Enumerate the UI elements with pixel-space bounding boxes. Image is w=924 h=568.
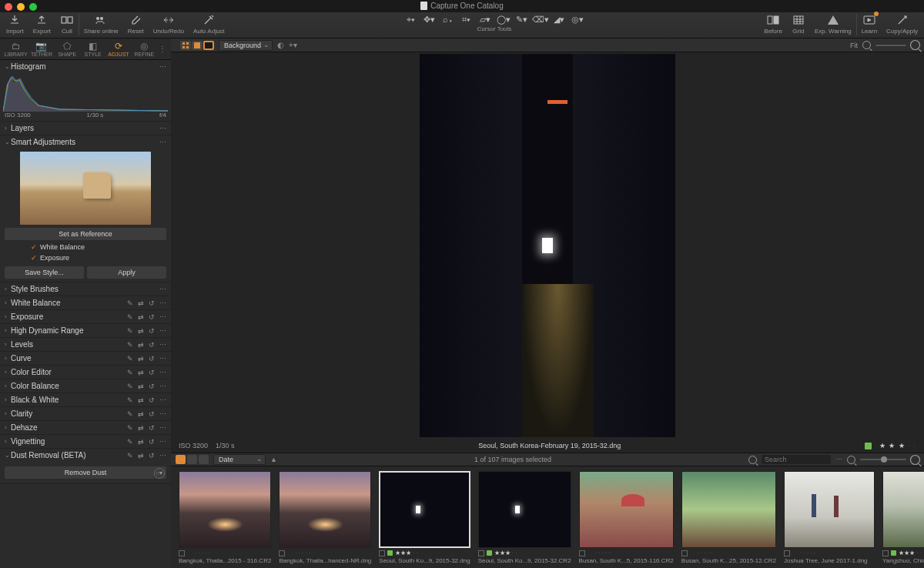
zoom-tool[interactable]: ⌕▾ — [442, 14, 454, 25]
filter-icon[interactable]: ⋯ — [835, 456, 842, 463]
check-wb[interactable]: ✓White Balance — [5, 242, 166, 252]
tool-header-whitebalance[interactable]: ›White Balance✎⇄↺⋯ — [0, 296, 171, 309]
zoom-slider[interactable] — [875, 45, 906, 46]
tab-shape[interactable]: ⬠SHAPE — [55, 41, 80, 58]
close-window[interactable] — [5, 3, 12, 11]
share-button[interactable]: Share online — [84, 14, 119, 35]
star-rating[interactable]: ★★★ · · — [395, 550, 418, 556]
pick-box[interactable] — [179, 550, 185, 556]
color-tag[interactable] — [387, 550, 393, 556]
expwarn-button[interactable]: Exp. Warning — [815, 14, 852, 35]
view-multi[interactable] — [180, 41, 191, 50]
star-rating[interactable]: ★★★ · · — [899, 550, 922, 556]
browser-grid-view[interactable] — [176, 455, 186, 464]
before-button[interactable]: Before — [764, 14, 782, 35]
thumbnail[interactable]: · · · · ·Busan, South K...25, 2015-12.CR… — [681, 471, 776, 566]
view-single[interactable] — [203, 41, 214, 50]
thumbnail[interactable]: ★★★ · ·Seoul, South Ko...9, 2015-32.dng — [379, 471, 470, 566]
star-rating[interactable]: · · · · · — [595, 550, 611, 556]
tab-tether[interactable]: 📷TETHER — [28, 41, 54, 58]
learn-button[interactable]: Learn — [862, 14, 877, 35]
sort-dropdown[interactable]: Date — [213, 454, 266, 465]
thumbnail[interactable]: ★★★ · ·Seoul, South Ko...9, 2015-32.CR2 — [478, 471, 571, 566]
tool-header-bw[interactable]: ›Black & White✎⇄↺⋯ — [0, 393, 171, 406]
thumbnail[interactable]: · · · · ·Joshua Tree, June 2017-1.dng — [784, 471, 875, 566]
tool-header-smart[interactable]: ⌄ Smart Adjustments ⋯ — [0, 135, 171, 149]
export-button[interactable]: Export — [33, 14, 51, 35]
pick-box[interactable] — [882, 550, 889, 556]
star-rating[interactable]: ★ ★ ★ · · — [879, 442, 916, 449]
zoom-window[interactable] — [29, 3, 37, 11]
layer-dropdown[interactable]: Background — [219, 40, 273, 51]
save-style-button[interactable]: Save Style... — [5, 266, 84, 279]
tool-header-colorbalance[interactable]: ›Color Balance✎⇄↺⋯ — [0, 379, 171, 393]
thumbnail[interactable]: · · · · ·Bangkok, Thaila...hanced-NR.dng — [279, 471, 371, 566]
view-primary[interactable] — [192, 41, 203, 50]
thumbnail[interactable]: · · · · ·Busan, South K...5, 2015-116.CR… — [579, 471, 674, 566]
auto-icon[interactable]: ✎ — [126, 299, 134, 307]
star-rating[interactable]: · · · · · — [698, 550, 713, 556]
star-rating[interactable]: ★★★ · · — [494, 550, 517, 556]
tool-header-exposure[interactable]: ›Exposure✎⇄↺⋯ — [0, 310, 171, 323]
layer-opacity-icon[interactable]: ◐ — [277, 41, 284, 49]
zoom-out-icon[interactable] — [847, 456, 855, 464]
pick-box[interactable] — [279, 550, 285, 556]
keystone-tool[interactable]: ▱▾ — [479, 14, 491, 25]
more-icon[interactable]: ⋯ — [159, 63, 166, 71]
erase-tool[interactable]: ⌫▾ — [534, 14, 547, 25]
star-rating[interactable]: · · · · · — [295, 550, 310, 556]
remove-dust-button[interactable]: Remove Dust — [5, 466, 166, 479]
copy-icon[interactable]: ⇄ — [137, 299, 145, 307]
color-tag[interactable] — [690, 550, 695, 556]
spot-tool[interactable]: ◯▾ — [497, 14, 510, 25]
tool-header-histogram[interactable]: ⌄ Histogram ⋯ — [0, 60, 171, 73]
tool-header-dehaze[interactable]: ›Dehaze✎⇄↺⋯ — [0, 421, 171, 434]
viewer-image[interactable] — [420, 54, 675, 437]
add-layer-icon[interactable]: +▾ — [289, 41, 297, 49]
tab-refine[interactable]: ◎REFINE — [132, 41, 157, 58]
pick-box[interactable] — [579, 550, 585, 556]
apply-button[interactable]: Apply — [87, 266, 166, 279]
cull-button[interactable]: Cull — [60, 14, 74, 35]
pick-box[interactable] — [478, 550, 484, 556]
tab-adjust[interactable]: ⟳ADJUST — [105, 41, 131, 58]
pick-box[interactable] — [379, 550, 385, 556]
zoom-search-icon[interactable] — [862, 41, 871, 49]
gradient-tool[interactable]: ◢▾ — [553, 14, 565, 25]
tool-header-hdr[interactable]: ›High Dynamic Range✎⇄↺⋯ — [0, 324, 171, 337]
autoadjust-button[interactable]: Auto Adjust — [193, 14, 224, 35]
color-tag[interactable] — [487, 550, 492, 556]
color-tag[interactable] — [287, 550, 293, 556]
tab-library[interactable]: 🗀LIBRARY — [3, 41, 28, 58]
undoredo-button[interactable]: Undo/Redo — [153, 14, 184, 35]
tool-header-layers[interactable]: › Layers ⋯ — [0, 122, 171, 135]
zoom-in-icon[interactable] — [910, 454, 920, 464]
tab-more[interactable]: ⋮ — [157, 45, 168, 53]
tool-header-curve[interactable]: ›Curve✎⇄↺⋯ — [0, 352, 171, 365]
tool-header-stylebrushes[interactable]: ›Style Brushes⋯ — [0, 282, 171, 296]
color-tag[interactable] — [187, 550, 192, 556]
check-exposure[interactable]: ✓Exposure — [5, 252, 166, 263]
tab-style[interactable]: ◧STYLE — [80, 41, 105, 58]
zoom-fit[interactable]: Fit — [850, 42, 858, 49]
color-tag[interactable] — [792, 550, 798, 556]
import-button[interactable]: Import — [6, 14, 24, 35]
reset-button[interactable]: Reset — [128, 14, 144, 35]
more-icon[interactable]: ⋯ — [159, 299, 166, 307]
more-icon[interactable]: ⋯ — [159, 286, 166, 293]
pick-box[interactable] — [784, 550, 790, 556]
tool-header-dust[interactable]: ⌄ Dust Removal (BETA) ✎⇄↺⋯ — [0, 449, 171, 462]
grid-button[interactable]: Grid — [792, 14, 805, 35]
thumbnail[interactable]: ★★★ · ·Yangshuo, Chin...1, 2015-135.dng — [882, 471, 924, 566]
browser-list-view[interactable] — [199, 455, 209, 464]
more-icon[interactable]: ⋯ — [159, 125, 166, 132]
crop-tool[interactable]: ⌗▾ — [460, 14, 473, 25]
zoom-search-icon-2[interactable] — [910, 40, 920, 50]
browser-film-view[interactable] — [187, 455, 197, 464]
color-tag-green[interactable] — [865, 443, 872, 449]
thumb-size-slider[interactable] — [860, 459, 906, 460]
copyapply-button[interactable]: Copy/Apply — [886, 14, 918, 35]
minimize-window[interactable] — [17, 3, 25, 11]
thumbnail[interactable]: · · · · ·Bangkok, Thaila...2015 - 316.CR… — [179, 471, 271, 566]
radial-tool[interactable]: ◎▾ — [571, 14, 584, 25]
